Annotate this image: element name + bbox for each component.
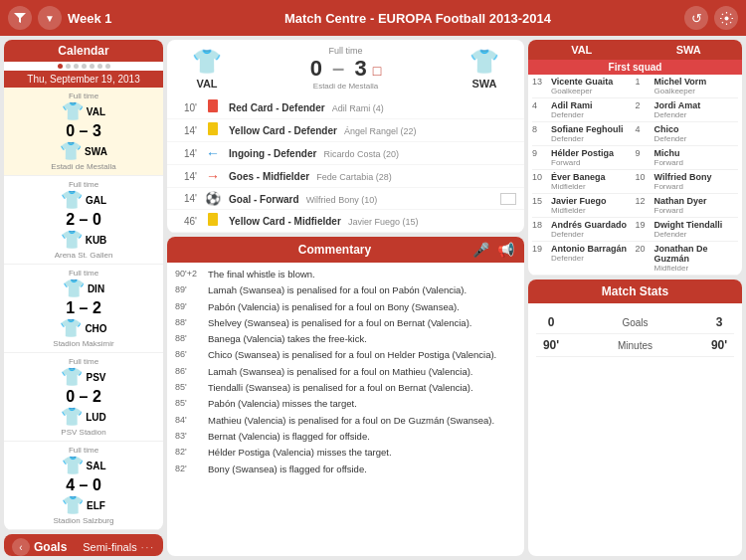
away-jersey-5: 👕	[62, 494, 84, 516]
swa-player: 12 Nathan Dyer Forward	[636, 196, 739, 215]
squad-row: 9 Hélder Postiga Forward 9 Michu Forward	[532, 146, 738, 170]
commentary-time: 88'	[175, 332, 203, 345]
player-role: Forward	[654, 158, 683, 167]
player-role: Defender	[551, 134, 624, 143]
commentary-row: 84' Mathieu (Valencia) is penalised for …	[175, 414, 516, 427]
player-role: Midfielder	[551, 206, 607, 215]
player-info: Sofiane Feghouli Defender	[551, 124, 624, 143]
event-minute: 14'	[175, 125, 197, 136]
megaphone-icon[interactable]: 📢	[497, 242, 514, 258]
player-info: Hélder Postiga Forward	[551, 148, 614, 167]
val-goals: 0	[536, 315, 566, 329]
away-jersey-3: 👕	[60, 317, 82, 339]
match-item[interactable]: Full time 👕 GAL 2 – 0 👕 KUB Arena St. Ga…	[4, 176, 163, 265]
commentary-text: Chico (Swansea) is penalised for a foul …	[208, 348, 516, 361]
swa-player: 2 Jordi Amat Defender	[636, 100, 739, 119]
events-list: 10' Red Card - Defender Adil Rami (4) 14…	[167, 96, 524, 233]
event-minute: 46'	[175, 216, 197, 227]
match-item[interactable]: Full time 👕 PSV 0 – 2 👕 LUD PSV Stadion	[4, 353, 163, 442]
player-name: Michel Vorm	[654, 77, 707, 87]
player-info: Javier Fuego Midfielder	[551, 196, 607, 215]
svg-point-0	[724, 16, 728, 20]
home-team-2: GAL	[86, 195, 106, 206]
val-player: 10 Éver Banega Midfielder	[532, 172, 636, 191]
player-num: 13	[532, 77, 548, 87]
commentary-time: 82'	[175, 463, 203, 475]
event-minute: 10'	[175, 102, 197, 113]
goals-title: Goals	[34, 540, 79, 554]
venue-5: Stadion Salzburg	[54, 516, 114, 525]
player-name: Nathan Dyer	[654, 196, 707, 206]
match-item[interactable]: Full time 👕 VAL 0 – 3 👕 SWA Estadi de Me…	[4, 88, 163, 176]
event-minute: 14'	[175, 171, 197, 182]
player-role: Forward	[654, 182, 712, 191]
away-team-code: SWA	[471, 78, 496, 90]
event-description: Ingoing - Defender Ricardo Costa (20)	[229, 147, 399, 159]
val-player: 18 Andrés Guardado Defender	[532, 220, 636, 239]
goals-section: ‹ Goals Semi-finals ··· Group 1 Team PL …	[4, 534, 163, 556]
venue-1: Estadi de Mestalla	[51, 162, 115, 171]
player-name: Michu	[654, 148, 683, 158]
match-score-block: Full time 0 – 3 □ Estadi de Mestalla	[237, 46, 455, 91]
player-role: Defender	[551, 230, 627, 239]
commentary-time: 85'	[175, 397, 203, 410]
player-num: 12	[636, 196, 652, 206]
swa-player: 19 Dwight Tiendalli Defender	[636, 220, 739, 239]
commentary-text: Tiendalli (Swansea) is penalised for a f…	[208, 381, 516, 394]
away-team-1: SWA	[85, 146, 107, 157]
player-role: Defender	[551, 254, 627, 263]
stats-title: Match Stats	[528, 280, 742, 303]
commentary-time: 86'	[175, 365, 203, 378]
player-num: 10	[532, 172, 548, 182]
settings-icon[interactable]	[714, 6, 738, 30]
commentary-row: 85' Tiendalli (Swansea) is penalised for…	[175, 381, 516, 394]
match-stats-section: Match Stats 0 Goals 3 90' Minutes 90'	[528, 280, 742, 556]
header-left: ▼ Week 1	[0, 6, 159, 30]
squad-row: 13 Vicente Guaita Goalkeeper 1 Michel Vo…	[532, 75, 738, 98]
commentary-body[interactable]: 90'+2 The final whistle is blown. 89' La…	[167, 263, 524, 476]
player-num: 1	[636, 77, 652, 87]
commentary-time: 83'	[175, 430, 203, 443]
player-role: Defender	[654, 134, 687, 143]
home-jersey-2: 👕	[61, 189, 83, 211]
squad-body: 13 Vicente Guaita Goalkeeper 1 Michel Vo…	[528, 75, 742, 276]
event-row: 14' ⚽ Goal - Forward Wilfried Bony (10)	[167, 188, 524, 210]
home-jersey-5: 👕	[62, 455, 84, 476]
swa-goals: 3	[704, 315, 734, 329]
commentary-text: Shelvey (Swansea) is penalised for a fou…	[208, 316, 516, 329]
swa-player: 1 Michel Vorm Goalkeeper	[636, 77, 739, 95]
player-name: Adil Rami	[551, 100, 593, 110]
player-role: Defender	[654, 230, 723, 239]
microphone-icon[interactable]: 🎤	[472, 242, 489, 258]
commentary-row: 89' Pabón (Valencia) is penalised for a …	[175, 300, 516, 313]
swa-player: 9 Michu Forward	[636, 148, 739, 167]
match-item[interactable]: Full time 👕 DIN 1 – 2 👕 CHO Stadion Maks…	[4, 265, 163, 353]
event-row: 14' ← Ingoing - Defender Ricardo Costa (…	[167, 142, 524, 165]
commentary-time: 89'	[175, 300, 203, 313]
event-row: 10' Red Card - Defender Adil Rami (4)	[167, 96, 524, 119]
chevron-down-icon[interactable]: ▼	[38, 6, 62, 30]
home-jersey-4: 👕	[61, 366, 83, 388]
event-description: Goes - Midfielder Fede Cartabia (28)	[229, 170, 392, 182]
player-num: 2	[636, 100, 652, 110]
refresh-icon[interactable]: ↺	[684, 6, 708, 30]
away-team-4: LUD	[86, 412, 106, 423]
match-center-header: 👕 VAL Full time 0 – 3 □ Estadi de Mestal…	[167, 40, 524, 96]
commentary-row: 82' Bony (Swansea) is flagged for offsid…	[175, 463, 516, 475]
swa-minutes: 90'	[704, 338, 734, 352]
event-minute: 14'	[175, 148, 197, 159]
away-team-2: KUB	[86, 235, 107, 246]
commentary-time: 85'	[175, 381, 203, 394]
filter-icon[interactable]	[8, 6, 32, 30]
away-team-block: 👕 SWA	[455, 48, 514, 90]
goals-subtitle: Semi-finals	[83, 541, 136, 553]
player-info: Chico Defender	[654, 124, 687, 143]
home-jersey-lg: 👕	[192, 48, 222, 76]
player-name: Sofiane Feghouli	[551, 124, 624, 134]
goals-back-icon[interactable]: ‹	[12, 538, 30, 556]
squad-row: 18 Andrés Guardado Defender 19 Dwight Ti…	[532, 218, 738, 242]
match-item[interactable]: Full time 👕 SAL 4 – 0 👕 ELF Stadion Salz…	[4, 442, 163, 530]
event-description: Yellow Card - Defender Ángel Rangel (22)	[229, 124, 417, 136]
player-name: Javier Fuego	[551, 196, 607, 206]
calendar-date: Thu, September 19, 2013	[4, 71, 163, 88]
